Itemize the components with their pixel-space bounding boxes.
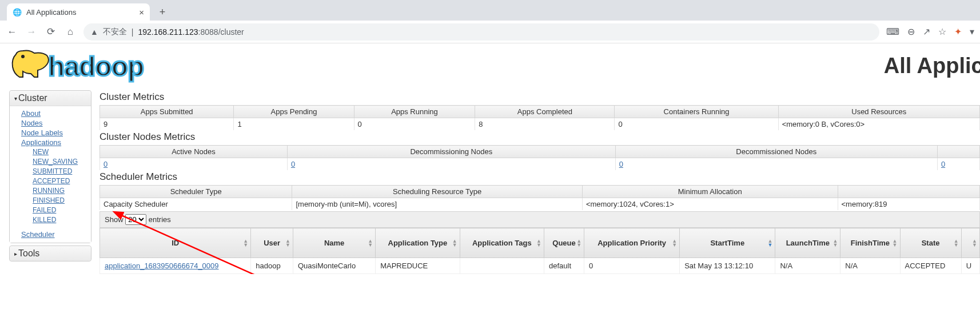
table-cell: 8 — [475, 118, 615, 131]
table-cell — [460, 258, 544, 274]
table-cell: Sat May 13 13:12:10 — [680, 258, 775, 274]
table-cell: 0 — [287, 158, 615, 171]
sidebar-link-applications[interactable]: Applications — [10, 138, 91, 147]
table-cell: MAPREDUCE — [376, 258, 460, 274]
address-bar[interactable]: ▲ 不安全 | 192.168.211.123:8088/cluster — [83, 23, 879, 41]
column-header: Scheduler Type — [100, 186, 292, 198]
sidebar-link-state-failed[interactable]: FAILED — [21, 206, 91, 215]
heading-scheduler-metrics: Scheduler Metrics — [99, 171, 980, 183]
column-header: Containers Running — [615, 106, 778, 118]
heading-cluster-metrics: Cluster Metrics — [99, 91, 980, 103]
table-cell: application_1683950666674_0009 — [100, 258, 251, 274]
column-header[interactable]: Application Priority▲▼ — [584, 228, 680, 258]
column-header[interactable]: State▲▼ — [900, 228, 961, 258]
translate-icon[interactable]: ⌨ — [886, 26, 899, 37]
tab-strip: 🌐 All Applications × + — [0, 0, 980, 21]
url-path: :8088/cluster — [198, 27, 244, 37]
column-header[interactable]: StartTime▲▼ — [680, 228, 775, 258]
table-cell: <memory:819 — [838, 198, 979, 211]
sidebar-link-state-new[interactable]: NEW — [21, 147, 91, 157]
new-tab-button[interactable]: + — [154, 3, 170, 21]
metric-link[interactable]: 0 — [291, 160, 295, 168]
sidebar-link-scheduler[interactable]: Scheduler — [10, 230, 91, 239]
column-header: Used Resources — [778, 106, 979, 118]
table-cell: default — [544, 258, 584, 274]
column-header[interactable]: Application Tags▲▼ — [460, 228, 544, 258]
reload-button[interactable]: ⟳ — [45, 26, 57, 38]
nodes-metrics-table: Active NodesDecommissioning NodesDecommi… — [99, 145, 980, 170]
application-id-link[interactable]: application_1683950666674_0009 — [105, 261, 219, 270]
column-header[interactable]: ID▲▼ — [100, 228, 251, 258]
sidebar-header-tools[interactable]: ▸ Tools — [10, 246, 91, 261]
table-cell: N/A — [775, 258, 840, 274]
sidebar-link-nodes[interactable]: Nodes — [10, 118, 91, 128]
column-header: Decommissioning Nodes — [287, 146, 615, 158]
column-header: Apps Pending — [234, 106, 354, 118]
metric-link[interactable]: 0 — [941, 160, 945, 168]
heading-nodes-metrics: Cluster Nodes Metrics — [99, 131, 980, 143]
table-cell: <memory:1024, vCores:1> — [582, 198, 838, 211]
table-cell: 0 — [584, 258, 680, 274]
security-label: 不安全 — [103, 27, 127, 37]
column-header[interactable]: Queue▲▼ — [544, 228, 584, 258]
column-header[interactable]: User▲▼ — [251, 228, 293, 258]
browser-chrome: 🌐 All Applications × + ← → ⟳ ⌂ ▲ 不安全 | 1… — [0, 0, 980, 43]
separator: | — [132, 27, 134, 37]
triangle-right-icon: ▸ — [14, 251, 17, 257]
table-cell: 9 — [100, 118, 234, 131]
back-button[interactable]: ← — [6, 26, 18, 38]
sidebar: ▾ Cluster About Nodes Node Labels Applic… — [9, 90, 91, 264]
page-length-select[interactable]: 20 — [125, 214, 146, 225]
sidebar-link-about[interactable]: About — [10, 108, 91, 118]
sidebar-link-node-labels[interactable]: Node Labels — [10, 128, 91, 138]
triangle-down-icon: ▾ — [14, 95, 17, 102]
main-content: Cluster Metrics Apps SubmittedApps Pendi… — [99, 90, 980, 274]
svg-point-1 — [21, 55, 25, 58]
table-cell: 0 — [615, 118, 778, 131]
browser-tab[interactable]: 🌐 All Applications × — [7, 3, 150, 21]
sidebar-link-state-running[interactable]: RUNNING — [21, 186, 91, 196]
table-cell: N/A — [840, 258, 900, 274]
share-icon[interactable]: ↗ — [923, 26, 930, 37]
sidebar-header-cluster[interactable]: ▾ Cluster — [10, 91, 91, 106]
table-cell: U — [961, 258, 979, 274]
close-icon[interactable]: × — [139, 7, 144, 17]
column-header[interactable]: Application Type▲▼ — [376, 228, 460, 258]
tools-header-label: Tools — [18, 248, 39, 259]
cluster-metrics-table: Apps SubmittedApps PendingApps RunningAp… — [99, 105, 980, 130]
table-cell: 0 — [100, 158, 288, 171]
sidebar-link-state-finished[interactable]: FINISHED — [21, 196, 91, 206]
sidebar-link-state-killed[interactable]: KILLED — [21, 215, 91, 225]
column-header[interactable]: ▲▼ — [961, 228, 979, 258]
url-host: 192.168.211.123 — [138, 27, 198, 37]
zoom-out-icon[interactable]: ⊖ — [907, 26, 915, 37]
cluster-header-label: Cluster — [18, 93, 47, 103]
bookmark-icon[interactable]: ☆ — [938, 26, 946, 37]
metric-link[interactable]: 0 — [103, 160, 107, 168]
globe-icon: 🌐 — [13, 8, 22, 17]
scheduler-metrics-table: Scheduler TypeScheduling Resource TypeMi… — [99, 185, 980, 210]
tab-title: All Applications — [26, 8, 76, 17]
page-title: All Applicati — [884, 54, 980, 78]
column-header: Apps Running — [354, 106, 475, 118]
table-cell: QuasiMonteCarlo — [293, 258, 375, 274]
sidebar-link-state-submitted[interactable]: SUBMITTED — [21, 167, 91, 176]
column-header: Apps Submitted — [100, 106, 234, 118]
show-label-prefix: Show — [105, 215, 124, 224]
hadoop-logo: hadoop — [9, 47, 169, 88]
forward-button[interactable]: → — [25, 26, 38, 38]
show-label-suffix: entries — [149, 215, 171, 224]
sidebar-link-state-accepted[interactable]: ACCEPTED — [21, 176, 91, 186]
metric-link[interactable]: 0 — [619, 160, 623, 168]
extension-icon[interactable]: ✦ — [954, 26, 962, 37]
home-button[interactable]: ⌂ — [64, 26, 77, 38]
column-header: Active Nodes — [100, 146, 288, 158]
table-cell: Capacity Scheduler — [100, 198, 292, 211]
column-header[interactable]: FinishTime▲▼ — [840, 228, 900, 258]
chevron-down-icon[interactable]: ▾ — [970, 26, 974, 37]
table-cell: 1 — [234, 118, 354, 131]
column-header[interactable]: Name▲▼ — [293, 228, 375, 258]
sidebar-link-state-new_saving[interactable]: NEW_SAVING — [21, 157, 91, 167]
table-cell: ACCEPTED — [900, 258, 961, 274]
column-header[interactable]: LaunchTime▲▼ — [775, 228, 840, 258]
